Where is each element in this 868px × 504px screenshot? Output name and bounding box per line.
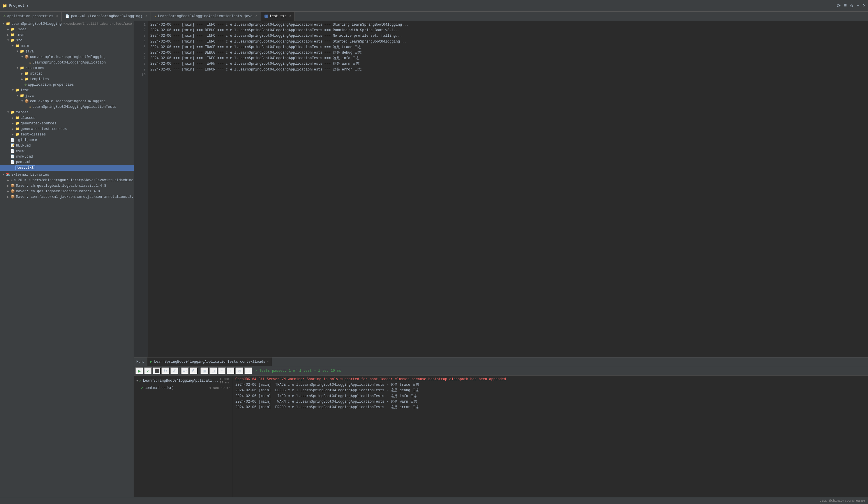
- tab-tests-java[interactable]: ☕ LearnSpringBoot04loggingApplicationTes…: [151, 12, 261, 21]
- classes-label: classes: [21, 116, 35, 120]
- tab-label-txt: test.txt: [270, 14, 287, 18]
- output-line-debug: 2024-02-06 [main] DEBUG c.e.l.LearnSprin…: [235, 388, 866, 393]
- run-check-icon: ▶: [150, 360, 152, 364]
- editor-content: 1 2 3 4 5 6 7 8 9 10 2024-02-06 === [mai…: [134, 21, 868, 357]
- tree-item-jackson[interactable]: ▶ 📦 Maven: com.fasterxml.jackson.core:ja…: [0, 194, 134, 199]
- run-tab-context-loads[interactable]: ▶ LearnSpringBoot04loggingApplicationTes…: [147, 358, 272, 366]
- tree-item-gen-test-src[interactable]: ▶ 📁 generated-test-sources: [0, 126, 134, 132]
- sort-alpha-button[interactable]: ≡↕: [181, 367, 189, 374]
- run-button[interactable]: ▶: [135, 367, 143, 374]
- tree-item-pom[interactable]: ▶ 📄 pom.xml: [0, 160, 134, 165]
- jackson-label: Maven: com.fasterxml.jackson.core:jackso…: [16, 195, 134, 199]
- structure-icon[interactable]: ≡: [844, 3, 847, 9]
- tree-item-root[interactable]: ▼ 📁 LearnSpringBoot04logging ~/Desktop/i…: [0, 21, 134, 27]
- tab-close-pom[interactable]: ×: [145, 14, 147, 18]
- tab-pom-xml[interactable]: 📄 pom.xml (LearnSpringBoot04logging) ×: [62, 12, 151, 21]
- arrow-src: ▼: [6, 39, 10, 42]
- tree-item-mvnw-cmd[interactable]: ▶ 📄 mvnw.cmd: [0, 154, 134, 160]
- tab-close-properties[interactable]: ×: [56, 14, 58, 18]
- expand-all-button[interactable]: ⊞: [200, 367, 208, 374]
- export-button[interactable]: ⎋: [235, 367, 244, 374]
- tree-item-main-app[interactable]: ▶ ☕ LearnSpringBoot04loggingApplication: [0, 60, 134, 65]
- rerun-failed-button[interactable]: ↻: [161, 367, 169, 374]
- tab-label-properties: application.properties: [7, 14, 53, 18]
- src-label: src: [16, 39, 22, 42]
- tree-item-target[interactable]: ▼ 📁 target: [0, 110, 134, 115]
- tree-item-static[interactable]: ▶ 📁 static: [0, 71, 134, 76]
- tree-item-gitignore[interactable]: ▶ 📄 .gitignore: [0, 137, 134, 143]
- tree-item-resources[interactable]: ▼ 📁 resources: [0, 65, 134, 71]
- target-label: target: [16, 111, 29, 114]
- tree-item-test-txt[interactable]: ▶ T test.txt: [0, 165, 134, 171]
- arrow-mvn: ▶: [6, 33, 10, 37]
- tree-item-test[interactable]: ▼ 📁 test: [0, 88, 134, 93]
- tree-item-external-libraries[interactable]: ▼ 📚 External Libraries: [0, 172, 134, 177]
- arrow-test-classes: ▶: [10, 133, 15, 136]
- rerun-all-button[interactable]: ↺: [170, 367, 178, 374]
- line-num-3: 3: [134, 33, 146, 39]
- static-label: static: [30, 72, 42, 76]
- arrow-main: ▼: [10, 44, 15, 48]
- test-tree-context-loads[interactable]: ✓ contextLoads() 1 sec 10 ms: [134, 385, 233, 391]
- history-button[interactable]: ⊙: [244, 367, 252, 374]
- tab-test-txt[interactable]: T test.txt ×: [261, 12, 295, 21]
- project-icon: 📁: [2, 3, 7, 8]
- next-button[interactable]: ↓: [227, 367, 235, 374]
- tree-item-jdk[interactable]: ▶ ☕ < 20 > /Users/chinadragon/Library/Ja…: [0, 177, 134, 183]
- project-dropdown-icon[interactable]: ▾: [27, 3, 29, 8]
- status-bar: CSDN @ChinaDragonDreamer: [0, 497, 868, 504]
- tree-item-logback-classic[interactable]: ▶ 📦 Maven: ch.qos.logback:logback-classi…: [0, 183, 134, 188]
- separator-1: [179, 368, 180, 374]
- tree-item-src[interactable]: ▼ 📁 src: [0, 38, 134, 43]
- sidebar-tree: ▼ 📁 LearnSpringBoot04logging ~/Desktop/i…: [0, 21, 134, 497]
- status-text: CSDN @ChinaDragonDreamer: [820, 499, 866, 503]
- tree-item-test-package[interactable]: ▼ 📦 com.example.learnspringboot04logging: [0, 99, 134, 104]
- arrow-test: ▼: [10, 89, 15, 92]
- ext-libs-icon: 📚: [6, 173, 10, 177]
- tree-item-test-class[interactable]: ▶ ☕ LearnSpringBoot04loggingApplicationT…: [0, 104, 134, 110]
- tree-item-templates[interactable]: ▶ 📁 templates: [0, 76, 134, 82]
- tree-item-java-main[interactable]: ▼ 📁 java: [0, 49, 134, 54]
- output-line-warning: OpenJDK 64-Bit Server VM warning: Sharin…: [235, 377, 866, 382]
- stop-button[interactable]: ⬛: [153, 367, 161, 374]
- gen-src-label: generated-sources: [21, 122, 56, 125]
- tree-item-generated-sources[interactable]: ▶ 📁 generated-sources: [0, 121, 134, 126]
- collapse-all-button[interactable]: ⊟: [209, 367, 217, 374]
- arrow-static: ▶: [20, 72, 24, 75]
- tree-item-classes[interactable]: ▶ 📁 classes: [0, 115, 134, 121]
- tree-item-mvn[interactable]: ▶ 📁 .mvn: [0, 32, 134, 38]
- folder-mvn-icon: 📁: [10, 33, 15, 37]
- run-toolbar: ▶ ✓ ⬛ ↻ ↺ ≡↕ ⏱ ⊞ ⊟ ↑ ↓ ⎋ ⊙ ✓ Tests passe…: [134, 366, 868, 376]
- test-tree-root[interactable]: ▼ ✓ LearnSpringBoot04loggingApplicati...…: [134, 377, 233, 385]
- sync-icon[interactable]: ⟳: [837, 3, 841, 9]
- tab-close-tests[interactable]: ×: [256, 14, 257, 18]
- tree-item-package[interactable]: ▼ 📦 com.example.learnspringboot04logging: [0, 54, 134, 60]
- tree-item-helpmd[interactable]: ▶ 📝 HELP.md: [0, 143, 134, 148]
- minus-icon[interactable]: −: [857, 3, 859, 9]
- code-editor[interactable]: 2024-02-06 === [main] === INFO === c.e.l…: [148, 21, 868, 357]
- prev-button[interactable]: ↑: [218, 367, 226, 374]
- sort-duration-button[interactable]: ⏱: [190, 367, 198, 374]
- run-content: ▼ ✓ LearnSpringBoot04loggingApplicati...…: [134, 376, 868, 497]
- tree-item-app-props[interactable]: ▶ ⚙ application.properties: [0, 82, 134, 88]
- tree-item-test-java[interactable]: ▼ 📁 java: [0, 93, 134, 99]
- tree-item-mvnw[interactable]: ▶ 📄 mvnw: [0, 148, 134, 154]
- folder-classes-icon: 📁: [15, 116, 20, 120]
- tree-item-test-classes[interactable]: ▶ 📁 test-classes: [0, 132, 134, 137]
- close-icon[interactable]: ×: [863, 3, 866, 9]
- run-output: OpenJDK 64-Bit Server VM warning: Sharin…: [233, 376, 868, 497]
- tab-application-properties[interactable]: ⚙ application.properties ×: [0, 12, 62, 21]
- gear-icon[interactable]: ⚙: [850, 3, 853, 9]
- tab-close-txt[interactable]: ×: [289, 14, 291, 18]
- tree-item-logback-core[interactable]: ▶ 📦 Maven: ch.qos.logback:logback-core:1…: [0, 188, 134, 194]
- tests-passed-button[interactable]: ✓: [144, 367, 152, 374]
- tab-bar: ⚙ application.properties × 📄 pom.xml (Le…: [0, 12, 868, 21]
- tree-item-idea[interactable]: ▶ 📁 .idea: [0, 27, 134, 32]
- test-class-label: LearnSpringBoot04loggingApplicationTests: [32, 105, 116, 109]
- test-pass-icon-root: ✓: [139, 379, 142, 383]
- test-tree: ▼ ✓ LearnSpringBoot04loggingApplicati...…: [134, 376, 233, 497]
- tree-item-main[interactable]: ▼ 📁 main: [0, 43, 134, 49]
- test-java-label: java: [25, 94, 34, 98]
- code-line-1: 2024-02-06 === [main] === INFO === c.e.l…: [150, 22, 866, 28]
- run-tab-close[interactable]: ×: [267, 360, 269, 363]
